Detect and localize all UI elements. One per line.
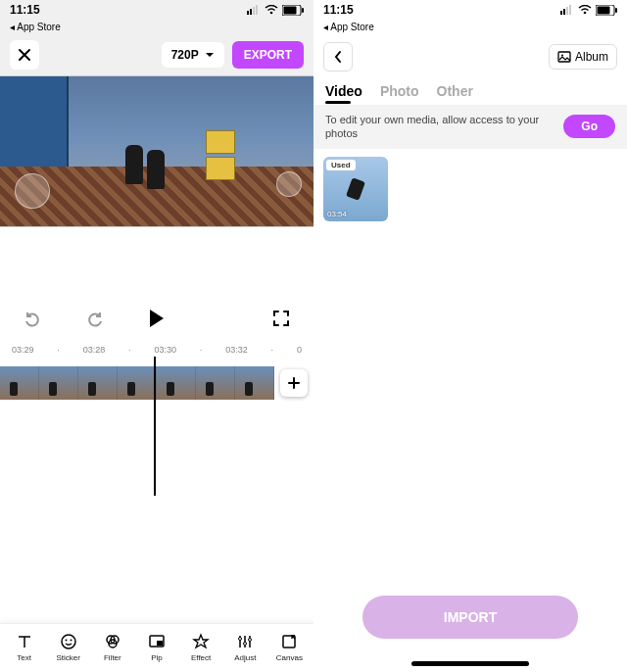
go-button[interactable]: Go — [563, 115, 615, 138]
home-indicator[interactable] — [411, 661, 529, 666]
svg-rect-7 — [302, 8, 304, 13]
svg-rect-28 — [558, 52, 570, 62]
svg-rect-6 — [284, 6, 297, 14]
svg-rect-1 — [250, 9, 252, 15]
effect-icon — [191, 632, 211, 651]
media-item[interactable]: Used 03:54 — [323, 157, 388, 221]
status-time: 11:15 — [323, 3, 354, 17]
chevron-down-icon — [205, 52, 215, 58]
playback-controls — [0, 296, 314, 341]
status-time: 11:15 — [10, 3, 40, 17]
back-to-app-link[interactable]: ◂ App Store — [0, 20, 314, 34]
svg-point-10 — [70, 640, 72, 642]
fullscreen-icon — [272, 310, 290, 327]
svg-rect-27 — [615, 8, 617, 13]
filter-icon — [103, 632, 122, 651]
tool-sticker[interactable]: Sticker — [49, 632, 88, 662]
svg-point-18 — [249, 639, 252, 642]
pip-icon — [147, 632, 167, 651]
resolution-label: 720P — [171, 48, 199, 62]
tool-canvas[interactable]: Canvas — [269, 632, 309, 662]
chevron-left-icon — [333, 50, 343, 64]
play-button[interactable] — [144, 306, 169, 331]
video-preview[interactable] — [0, 75, 314, 227]
svg-rect-26 — [598, 6, 610, 14]
adjust-icon — [235, 632, 255, 651]
status-bar: 11:15 — [0, 0, 314, 20]
album-icon — [557, 50, 571, 64]
back-button[interactable] — [323, 42, 353, 72]
play-icon — [150, 310, 164, 327]
timeline-area — [0, 408, 314, 623]
playhead[interactable] — [154, 357, 156, 496]
picker-topbar: Album — [314, 34, 627, 79]
preview-gap — [0, 227, 314, 296]
tool-adjust[interactable]: Adjust — [225, 632, 265, 662]
back-to-app-link[interactable]: ◂ App Store — [314, 20, 627, 34]
svg-rect-20 — [560, 11, 562, 15]
tool-text[interactable]: Text — [5, 632, 44, 662]
tab-video[interactable]: Video — [325, 83, 362, 99]
media-tabs: Video Photo Other — [314, 79, 627, 105]
permission-bar: To edit your own media, allow access to … — [314, 105, 627, 149]
timeline-track[interactable] — [0, 366, 274, 400]
tool-filter[interactable]: Filter — [93, 632, 132, 662]
used-badge: Used — [326, 160, 356, 170]
battery-icon — [282, 5, 304, 16]
album-button[interactable]: Album — [549, 44, 617, 70]
svg-point-17 — [244, 643, 247, 646]
editor-toolbar: Text Sticker Filter Pip Effect Adjust — [0, 623, 314, 672]
svg-rect-2 — [253, 7, 255, 15]
svg-rect-15 — [157, 641, 163, 646]
svg-rect-22 — [566, 7, 568, 15]
wifi-icon — [265, 5, 278, 15]
close-icon — [18, 48, 31, 62]
svg-rect-23 — [569, 5, 571, 15]
svg-point-4 — [270, 12, 273, 15]
svg-rect-21 — [563, 9, 565, 15]
export-button[interactable]: EXPORT — [232, 41, 304, 69]
battery-icon — [596, 5, 617, 16]
status-bar: 11:15 — [314, 0, 627, 20]
signal-icon — [247, 5, 261, 15]
tab-other[interactable]: Other — [437, 83, 473, 99]
wifi-icon — [578, 5, 592, 15]
permission-text: To edit your own media, allow access to … — [325, 113, 554, 141]
svg-point-24 — [584, 12, 587, 15]
redo-icon — [85, 309, 105, 328]
plus-icon — [287, 376, 301, 390]
svg-point-9 — [65, 640, 67, 642]
redo-button[interactable] — [82, 306, 108, 331]
svg-rect-3 — [256, 5, 258, 15]
import-button[interactable]: IMPORT — [362, 596, 578, 639]
timeline[interactable] — [0, 359, 314, 408]
timeline-ruler: 03:29 · 03:28 · 03:30 · 03:32 · 0 — [0, 341, 314, 359]
status-indicators — [560, 5, 617, 16]
status-indicators — [247, 5, 304, 16]
svg-point-8 — [62, 635, 75, 648]
undo-icon — [23, 309, 42, 328]
close-button[interactable] — [10, 40, 39, 70]
editor-topbar: 720P EXPORT — [0, 34, 314, 75]
canvas-icon — [279, 632, 299, 651]
fullscreen-button[interactable] — [268, 306, 294, 331]
svg-rect-0 — [247, 11, 249, 15]
undo-button[interactable] — [20, 306, 45, 331]
media-duration: 03:54 — [327, 210, 347, 218]
svg-point-16 — [239, 638, 242, 641]
tab-photo[interactable]: Photo — [380, 83, 419, 99]
tool-pip[interactable]: Pip — [137, 632, 176, 662]
media-grid: Used 03:54 — [314, 149, 627, 229]
sticker-icon — [59, 632, 78, 651]
signal-icon — [560, 5, 574, 15]
add-clip-button[interactable] — [280, 369, 308, 397]
text-icon — [15, 632, 34, 651]
resolution-button[interactable]: 720P — [162, 42, 224, 68]
tool-effect[interactable]: Effect — [181, 632, 220, 662]
